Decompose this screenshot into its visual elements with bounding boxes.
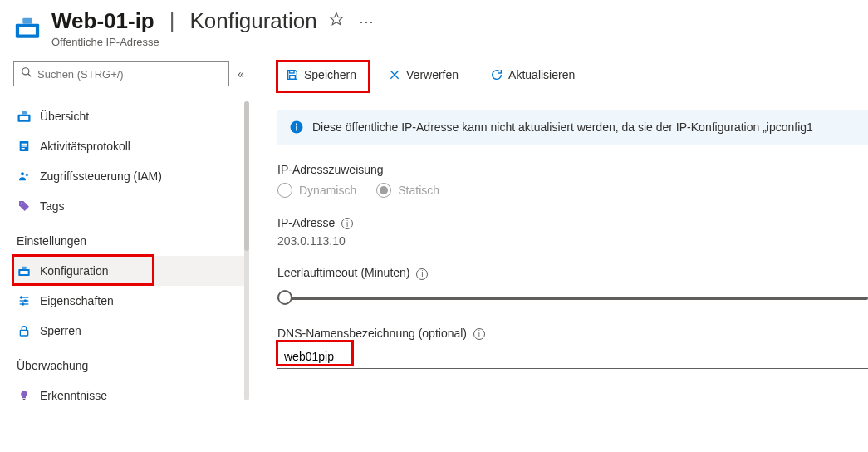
iam-icon [17,169,32,184]
idle-timeout-slider[interactable] [277,288,868,308]
sidebar-item-label: Übersicht [40,110,89,123]
overview-icon [17,109,32,124]
radio-dynamic-label: Dynamisch [299,184,356,197]
refresh-button[interactable]: Aktualisieren [482,63,583,86]
ip-address-label: IP-Adresse i [277,216,868,229]
svg-point-13 [21,172,24,175]
svg-rect-18 [22,267,26,269]
radio-static: Statisch [376,183,439,198]
sidebar-item-label: Tags [40,199,65,213]
ip-assignment-label: IP-Adresszuweisung [277,163,868,176]
info-small-icon[interactable]: i [416,268,428,280]
svg-point-14 [26,174,28,176]
svg-rect-2 [22,18,32,24]
sidebar-item-label: Eigenschaften [40,294,114,307]
svg-marker-3 [330,13,342,25]
discard-button[interactable]: Verwerfen [380,63,467,86]
idle-timeout-label: Leerlauftimeout (Minuten) i [277,266,868,279]
sidebar-item-insights[interactable]: Erkenntnisse [13,381,249,410]
save-button[interactable]: Speichern [277,63,365,86]
collapse-sidebar-button[interactable]: « [238,67,244,81]
more-button[interactable]: ⋯ [356,9,377,34]
sidebar-item-label: Aktivitätsprotokoll [40,140,130,153]
sidebar-group-settings: Einstellungen [17,234,249,248]
info-message: Diese öffentliche IP-Adresse kann nicht … [312,120,813,134]
info-icon [289,120,304,135]
svg-rect-8 [22,111,27,115]
svg-rect-10 [22,144,27,145]
svg-rect-11 [22,145,27,146]
svg-line-5 [28,74,32,77]
svg-point-33 [296,123,297,125]
refresh-icon [490,68,503,81]
svg-rect-7 [20,116,29,120]
lock-icon [17,323,32,338]
sidebar-group-monitoring: Überwachung [17,359,249,372]
close-icon [388,68,401,81]
discard-button-label: Verwerfen [406,68,459,81]
search-input-wrap[interactable] [13,61,229,86]
sidebar-item-configuration[interactable]: Konfiguration [13,256,249,286]
sidebar-item-overview[interactable]: Übersicht [13,101,249,131]
gear-icon [17,263,32,278]
svg-rect-28 [290,76,296,80]
sidebar-item-activity-log[interactable]: Aktivitätsprotokoll [13,131,249,161]
insights-icon [17,388,32,403]
radio-dynamic: Dynamisch [277,183,356,198]
favorite-button[interactable] [326,8,347,34]
sidebar-item-label: Zugriffssteuerung (IAM) [40,170,162,183]
svg-point-23 [24,300,26,302]
save-button-label: Speichern [304,68,356,81]
radio-icon [277,183,292,198]
resource-type-label: Öffentliche IP-Adresse [51,36,377,48]
info-small-icon[interactable]: i [341,218,353,229]
tag-icon [17,199,32,214]
radio-icon [376,183,391,198]
svg-rect-27 [290,71,294,73]
page-title: Konfiguration [190,8,317,34]
sidebar-item-tags[interactable]: Tags [13,191,249,221]
properties-icon [17,293,32,308]
sidebar-item-label: Erkenntnisse [40,389,107,402]
public-ip-icon [13,13,42,42]
resource-name: Web-01-ip [51,8,154,34]
save-icon [286,68,299,81]
svg-rect-1 [19,27,36,35]
sidebar-item-label: Sperren [40,324,81,337]
svg-rect-12 [22,148,25,149]
info-bar: Diese öffentliche IP-Adresse kann nicht … [277,110,868,145]
sidebar-item-label: Konfiguration [40,264,109,278]
search-icon [21,66,32,81]
svg-point-15 [21,203,22,204]
activity-log-icon [17,139,32,154]
title-separator: | [169,8,175,34]
radio-static-label: Statisch [398,184,439,197]
ip-address-value: 203.0.113.10 [277,234,868,248]
sidebar-item-properties[interactable]: Eigenschaften [13,286,249,316]
svg-point-22 [21,297,22,298]
refresh-button-label: Aktualisieren [508,68,575,81]
svg-rect-32 [296,126,297,131]
svg-rect-26 [23,399,26,400]
dns-label: DNS-Namensbezeichnung (optional) i [277,327,868,340]
sidebar-item-locks[interactable]: Sperren [13,316,249,346]
svg-point-24 [22,303,24,305]
svg-rect-17 [20,271,27,274]
svg-point-4 [22,68,29,75]
info-small-icon[interactable]: i [473,328,485,340]
dns-input[interactable] [277,345,868,369]
sidebar-item-iam[interactable]: Zugriffssteuerung (IAM) [13,161,249,191]
svg-rect-25 [20,330,27,336]
search-input[interactable] [37,68,222,81]
